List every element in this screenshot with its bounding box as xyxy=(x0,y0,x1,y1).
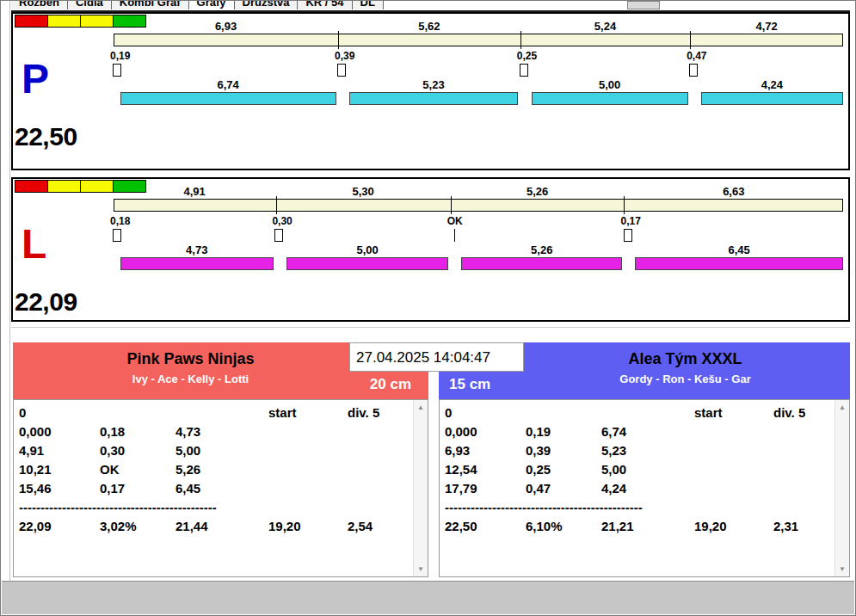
separator-line: ----------------------------------------… xyxy=(445,500,694,519)
split-time-label: 4,72 xyxy=(690,20,843,33)
split-time-label: 6,93 xyxy=(114,20,338,33)
tab-bar: RozběhČidlaKombi GrafGrafyDružstvaKR / 5… xyxy=(11,1,850,12)
change-marker: 0,30 xyxy=(272,215,292,242)
change-marker: 0,25 xyxy=(517,50,537,77)
split-time-label: 5,62 xyxy=(338,20,520,33)
change-time-label: 0,25 xyxy=(517,50,537,62)
status-light xyxy=(15,180,48,193)
table-cell: 6,45 xyxy=(176,481,268,500)
status-light xyxy=(47,15,81,28)
table-cell: start xyxy=(694,405,773,424)
lane-letter: P xyxy=(22,59,49,100)
table-cell: 5,23 xyxy=(601,443,694,462)
scrollbar[interactable]: ▲ ▼ xyxy=(413,400,428,576)
table-cell xyxy=(348,500,412,519)
tab-kombi-graf[interactable]: Kombi Graf xyxy=(112,1,189,9)
split-time-label: 5,26 xyxy=(451,185,625,198)
ok-tick-icon xyxy=(454,229,455,242)
table-cell xyxy=(773,424,834,443)
table-cell: 22,50 xyxy=(445,519,526,538)
table-cell xyxy=(526,405,601,424)
fault-checkbox xyxy=(624,229,632,242)
tab--idla[interactable]: Čidla xyxy=(68,1,112,9)
status-bar xyxy=(2,581,854,614)
scroll-down-icon[interactable]: ▼ xyxy=(415,563,427,576)
table-cell: 0,18 xyxy=(100,424,176,443)
table-cell: div. 5 xyxy=(348,405,412,424)
teams-section: Pink Paws Ninjas Ivy - Ace - Kelly - Lot… xyxy=(11,342,850,581)
top-right-button[interactable] xyxy=(627,1,660,9)
dog-time-label: 4,73 xyxy=(120,243,274,257)
split-bar xyxy=(114,34,843,46)
dog-run: 4,73 xyxy=(120,243,274,270)
dog-run: 5,26 xyxy=(461,243,622,270)
scroll-down-icon[interactable]: ▼ xyxy=(836,563,848,576)
table-cell xyxy=(694,500,773,519)
table-cell: 0,000 xyxy=(19,424,100,443)
table-cell: 2,31 xyxy=(773,519,834,538)
dog-bars: 6,745,235,004,24 xyxy=(114,78,843,106)
split-time-label: 5,24 xyxy=(520,20,690,33)
dog-time-label: 5,23 xyxy=(349,78,518,92)
scrollbar[interactable]: ▲ ▼ xyxy=(834,400,849,576)
change-marker: 0,17 xyxy=(621,215,641,242)
left-divider xyxy=(9,1,10,581)
fault-checkbox xyxy=(520,64,528,77)
tab-dl[interactable]: DL xyxy=(353,1,384,9)
table-cell xyxy=(268,443,348,462)
table-cell: OK xyxy=(100,462,176,481)
change-marker: 0,47 xyxy=(687,50,706,77)
status-light xyxy=(80,15,114,28)
results-table: 0startdiv. 50,0000,184,734,910,305,0010,… xyxy=(13,399,428,577)
dog-time-label: 6,74 xyxy=(120,78,336,92)
section-divider xyxy=(11,327,850,328)
team-members: Gordy - Ron - Kešu - Gar xyxy=(439,373,850,385)
change-marker: 0,19 xyxy=(110,50,130,77)
status-light xyxy=(80,180,114,193)
table-cell: 5,26 xyxy=(176,462,268,481)
table-cell: 10,21 xyxy=(19,462,100,481)
tab-kr-54[interactable]: KR / 54 xyxy=(298,1,352,9)
tab-grafy[interactable]: Grafy xyxy=(189,1,235,9)
table-cell: 19,20 xyxy=(268,519,348,538)
table-cell: 6,10% xyxy=(526,519,601,538)
table-cell: 21,21 xyxy=(601,519,694,538)
fault-checkbox xyxy=(689,64,698,77)
table-cell xyxy=(694,424,773,443)
table-cell xyxy=(268,462,348,481)
lane-panel-l: L 22,09 4,915,305,266,63 0,180,30OK0,17 … xyxy=(11,177,850,322)
dog-time-bar xyxy=(286,257,448,270)
split-time-label: 5,30 xyxy=(275,185,450,198)
status-light xyxy=(15,15,48,28)
segment-tick xyxy=(451,196,452,214)
table-cell xyxy=(176,405,268,424)
table-cell xyxy=(694,462,773,481)
split-time-label: 6,63 xyxy=(625,185,843,198)
dog-run: 6,74 xyxy=(120,78,336,105)
dog-run: 5,00 xyxy=(286,243,448,270)
table-cell: 4,91 xyxy=(19,443,100,462)
results-grid: 0startdiv. 50,0000,196,746,930,395,2312,… xyxy=(445,405,834,575)
table-cell xyxy=(348,443,412,462)
segment-tick xyxy=(624,196,625,214)
dog-run: 6,45 xyxy=(635,243,843,270)
team-right: Alea Tým XXXL Gordy - Ron - Kešu - Gar 1… xyxy=(439,342,850,581)
table-cell: 12,54 xyxy=(445,462,526,481)
change-time-label: 0,47 xyxy=(687,50,706,62)
tab-dru-stva[interactable]: Družstva xyxy=(235,1,299,9)
change-time-label: 0,17 xyxy=(621,215,641,227)
table-cell: 0,47 xyxy=(526,481,601,500)
scroll-up-icon[interactable]: ▲ xyxy=(836,401,848,414)
table-cell: 2,54 xyxy=(348,519,412,538)
fault-checkbox xyxy=(113,229,121,242)
segment-tick xyxy=(690,31,691,49)
table-cell xyxy=(348,481,412,500)
dog-time-bar xyxy=(532,92,688,105)
table-cell: 5,00 xyxy=(176,443,268,462)
tab-rozb-h[interactable]: Rozběh xyxy=(11,1,68,9)
lane-letter: L xyxy=(22,224,46,265)
lane-total-time: 22,50 xyxy=(15,122,77,151)
scroll-up-icon[interactable]: ▲ xyxy=(415,401,427,414)
change-marker: 0,39 xyxy=(335,50,354,77)
dog-time-bar xyxy=(701,92,843,105)
